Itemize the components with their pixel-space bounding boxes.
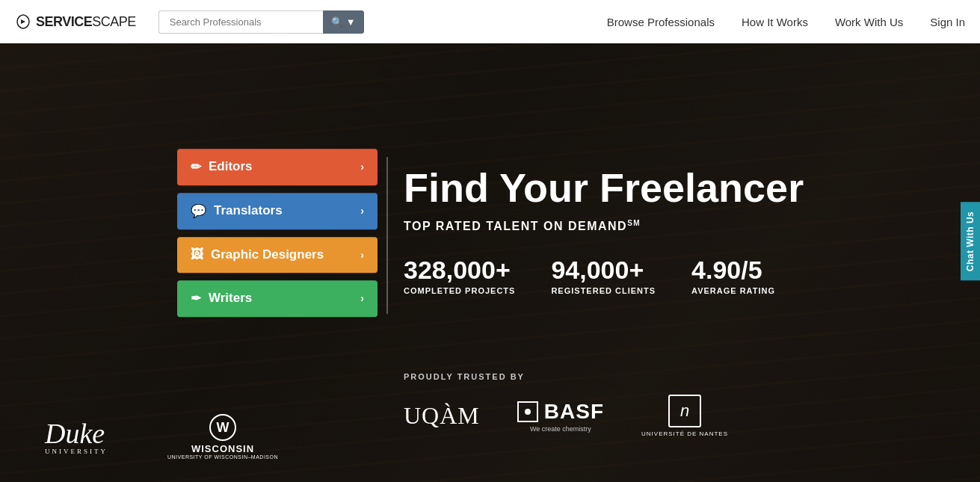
translators-button[interactable]: 💬 Translators › (177, 193, 377, 229)
hero-section: ✏ Editors › 💬 Translators › 🖼 Graphic De… (0, 0, 980, 482)
pencil-icon: ✏ (191, 159, 201, 175)
bottom-left-logos: Duke UNIVERSITY W WISCONSIN UNIVERSITY O… (45, 414, 278, 460)
stat-average-rating: 4.90/5 AVERAGE RATING (691, 256, 775, 295)
hero-title: Find Your Freelancer (404, 165, 804, 209)
chevron-right-icon: › (360, 292, 364, 304)
stat-number-clients: 94,000+ (551, 256, 656, 285)
trusted-section: PROUDLY TRUSTED BY UQÀM BASF We create c… (404, 372, 950, 437)
graphic-designers-label: Graphic Designers (211, 247, 324, 262)
stat-number-completed: 328,000+ (404, 256, 515, 285)
stats-row: 328,000+ COMPLETED PROJECTS 94,000+ REGI… (404, 256, 804, 295)
stat-completed-projects: 328,000+ COMPLETED PROJECTS (404, 256, 515, 295)
image-icon: 🖼 (191, 247, 203, 262)
editors-label: Editors (209, 159, 253, 174)
writers-button[interactable]: ✒ Writers › (177, 280, 377, 317)
hero-divider (386, 157, 388, 314)
uqam-logo: UQÀM (404, 402, 480, 430)
stat-registered-clients: 94,000+ REGISTERED CLIENTS (551, 256, 656, 295)
stat-label-rating: AVERAGE RATING (691, 286, 775, 295)
basf-logo: BASF We create chemistry (517, 400, 604, 433)
nav-browse-professionals[interactable]: Browse Professionals (607, 16, 715, 28)
writers-label: Writers (209, 291, 252, 306)
editors-button[interactable]: ✏ Editors › (177, 149, 377, 185)
chevron-right-icon: › (360, 161, 364, 173)
logo-text: SERVICESCAPE (36, 14, 136, 30)
nav-sign-in[interactable]: Sign In (930, 16, 965, 28)
translators-label: Translators (214, 203, 283, 218)
logo-icon (15, 13, 31, 30)
chevron-right-icon: › (360, 249, 364, 261)
search-icon: 🔍 (331, 16, 343, 28)
chat-icon: 💬 (191, 203, 206, 219)
universite-nantes-logo: n UNIVERSITÉ DE NANTES (641, 395, 728, 437)
wisconsin-logo: W WISCONSIN UNIVERSITY OF WISCONSIN–MADI… (167, 414, 278, 460)
trusted-logos: UQÀM BASF We create chemistry n UNIVERSI… (404, 395, 950, 437)
nav-links: Browse Professionals How It Works Work W… (607, 16, 965, 28)
stat-number-rating: 4.90/5 (691, 256, 775, 285)
chevron-right-icon: › (360, 205, 364, 217)
navbar: SERVICESCAPE 🔍 ▼ Browse Professionals Ho… (0, 0, 980, 43)
hero-content: Find Your Freelancer TOP RATED TALENT ON… (404, 165, 804, 303)
chat-widget[interactable]: Chat With Us (961, 202, 980, 280)
graphic-designers-button[interactable]: 🖼 Graphic Designers › (177, 237, 377, 273)
search-dropdown-icon: ▼ (346, 16, 356, 28)
category-panel: ✏ Editors › 💬 Translators › 🖼 Graphic De… (177, 149, 377, 317)
pen-icon: ✒ (191, 291, 201, 306)
stat-label-completed: COMPLETED PROJECTS (404, 286, 515, 295)
stat-label-clients: REGISTERED CLIENTS (551, 286, 656, 295)
search-input[interactable] (158, 10, 323, 34)
duke-logo: Duke UNIVERSITY (45, 419, 108, 455)
trusted-label: PROUDLY TRUSTED BY (404, 372, 950, 381)
search-button[interactable]: 🔍 ▼ (323, 10, 364, 34)
hero-subtitle: TOP RATED TALENT ON DEMANDSM (404, 219, 804, 233)
nav-work-with-us[interactable]: Work With Us (835, 16, 903, 28)
nav-how-it-works[interactable]: How It Works (742, 16, 808, 28)
logo[interactable]: SERVICESCAPE (15, 13, 136, 30)
search-wrap: 🔍 ▼ (158, 10, 364, 34)
